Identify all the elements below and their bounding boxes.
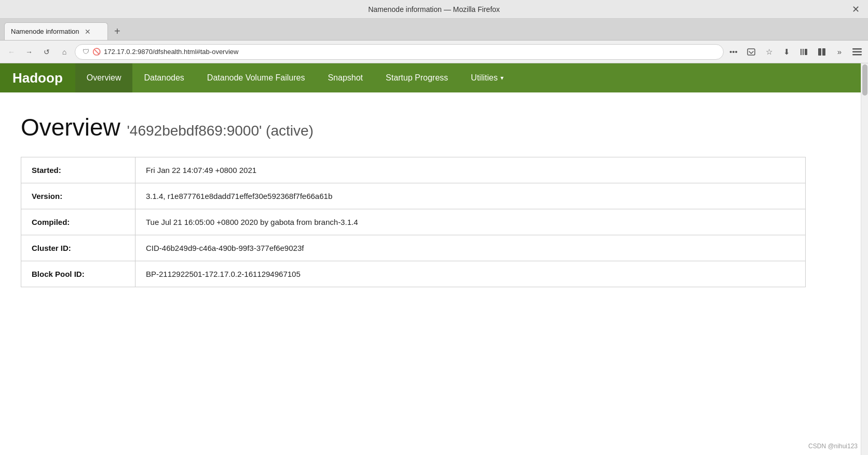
url-display: 172.17.0.2:9870/dfshealth.html#tab-overv… (104, 48, 238, 56)
window-close-button[interactable]: ✕ (852, 4, 860, 15)
svg-rect-7 (852, 51, 862, 52)
forward-button[interactable]: → (22, 45, 36, 59)
library-icon[interactable] (797, 45, 811, 59)
svg-rect-4 (818, 48, 821, 56)
nav-item-datanode-volume-failures[interactable]: Datanode Volume Failures (196, 63, 317, 92)
overview-info-table: Started: Fri Jan 22 14:07:49 +0800 2021 … (21, 157, 806, 287)
hadoop-navbar: Hadoop Overview Datanodes Datanode Volum… (0, 63, 868, 92)
hamburger-menu-icon[interactable] (850, 45, 864, 59)
table-value-started: Fri Jan 22 14:07:49 +0800 2021 (135, 157, 806, 183)
table-row: Compiled: Tue Jul 21 16:05:00 +0800 2020… (21, 209, 806, 235)
table-value-block-pool-id: BP-2112922501-172.17.0.2-1611294967105 (135, 261, 806, 287)
back-icon: ← (8, 48, 15, 56)
browser-titlebar: Namenode information — Mozilla Firefox ✕ (0, 0, 868, 19)
svg-rect-6 (852, 48, 862, 50)
new-tab-button[interactable]: + (108, 22, 127, 40)
address-field[interactable]: 🛡 🚫 172.17.0.2:9870/dfshealth.html#tab-o… (75, 44, 724, 60)
svg-rect-3 (805, 49, 807, 55)
table-label-block-pool-id: Block Pool ID: (21, 261, 135, 287)
refresh-button[interactable]: ↺ (39, 45, 54, 59)
table-row: Block Pool ID: BP-2112922501-172.17.0.2-… (21, 261, 806, 287)
bookmark-star-icon[interactable]: ☆ (762, 45, 776, 59)
nav-item-startup-progress[interactable]: Startup Progress (374, 63, 459, 92)
refresh-icon: ↺ (44, 48, 50, 56)
home-button[interactable]: ⌂ (57, 45, 72, 59)
security-shield-icon: 🛡 (83, 48, 89, 56)
table-row: Version: 3.1.4, r1e877761e8dadd71effef30… (21, 183, 806, 209)
browser-title: Namenode information — Mozilla Firefox (368, 5, 500, 14)
home-icon: ⌂ (62, 48, 66, 56)
footer-watermark: CSDN @nihui123 (808, 443, 858, 450)
back-button[interactable]: ← (4, 45, 19, 59)
hadoop-brand[interactable]: Hadoop (0, 63, 75, 92)
table-value-compiled: Tue Jul 21 16:05:00 +0800 2020 by gabota… (135, 209, 806, 235)
table-row: Cluster ID: CID-46b249d9-c46a-490b-99f3-… (21, 235, 806, 261)
browser-addressbar: ← → ↺ ⌂ 🛡 🚫 172.17.0.2:9870/dfshealth.ht… (0, 41, 868, 63)
nav-item-utilities[interactable]: Utilities ▾ (459, 63, 515, 92)
download-icon[interactable]: ⬇ (780, 45, 793, 59)
scrollbar[interactable] (861, 63, 868, 455)
scrollbar-thumb[interactable] (862, 64, 867, 96)
table-label-cluster-id: Cluster ID: (21, 235, 135, 261)
svg-rect-2 (803, 49, 804, 55)
page-title: Overview '4692bebdf869:9000' (active) (21, 113, 847, 141)
browser-tab-active[interactable]: Namenode information ✕ (4, 22, 108, 40)
forward-icon: → (25, 48, 33, 56)
table-value-cluster-id: CID-46b249d9-c46a-490b-99f3-377ef6e9023f (135, 235, 806, 261)
no-tracking-icon: 🚫 (92, 48, 101, 56)
nav-item-snapshot[interactable]: Snapshot (316, 63, 374, 92)
extensions-icon[interactable]: » (833, 45, 846, 59)
tab-close-button[interactable]: ✕ (85, 28, 91, 36)
svg-rect-1 (801, 49, 802, 55)
svg-rect-5 (822, 48, 825, 56)
more-tools-button[interactable]: ••• (727, 45, 740, 59)
pocket-icon (744, 45, 758, 59)
nav-item-datanodes[interactable]: Datanodes (132, 63, 195, 92)
reader-view-icon[interactable] (815, 45, 829, 59)
nav-item-overview[interactable]: Overview (75, 63, 133, 92)
table-label-compiled: Compiled: (21, 209, 135, 235)
page-content: Overview '4692bebdf869:9000' (active) St… (0, 92, 868, 383)
hadoop-nav-items: Overview Datanodes Datanode Volume Failu… (75, 63, 515, 92)
svg-rect-8 (852, 54, 862, 56)
browser-toolbar-icons: ••• ☆ ⬇ » (727, 45, 864, 59)
svg-rect-0 (748, 49, 755, 55)
table-label-started: Started: (21, 157, 135, 183)
table-value-version: 3.1.4, r1e877761e8dadd71effef30e592368f7… (135, 183, 806, 209)
browser-tabbar: Namenode information ✕ + (0, 19, 868, 41)
table-label-version: Version: (21, 183, 135, 209)
utilities-dropdown-arrow: ▾ (500, 74, 504, 82)
overview-subtitle: '4692bebdf869:9000' (active) (127, 123, 314, 139)
tab-label: Namenode information (11, 28, 79, 35)
table-row: Started: Fri Jan 22 14:07:49 +0800 2021 (21, 157, 806, 183)
